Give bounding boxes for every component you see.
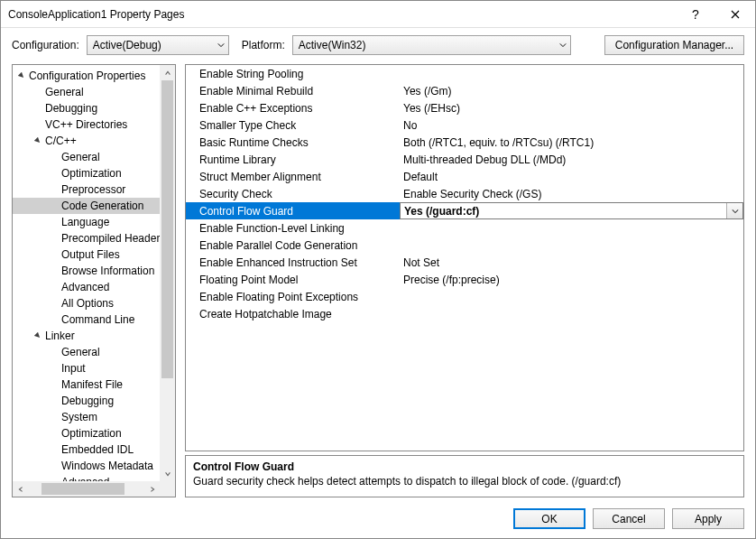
property-value[interactable]: Multi-threaded Debug DLL (/MDd) bbox=[400, 151, 743, 168]
platform-value: Active(Win32) bbox=[299, 39, 366, 51]
tree-item-label: Manifest File bbox=[61, 378, 123, 391]
expander-icon[interactable] bbox=[32, 137, 43, 144]
tree-item[interactable]: Advanced bbox=[13, 279, 160, 295]
tree-item[interactable]: Optimization bbox=[13, 425, 160, 441]
tree-item[interactable]: General bbox=[13, 149, 160, 165]
scroll-right-button[interactable] bbox=[144, 481, 160, 497]
property-value-text: Both (/RTC1, equiv. to /RTCsu) (/RTC1) bbox=[403, 136, 594, 149]
property-value-text: Default bbox=[403, 171, 438, 183]
tree-item[interactable]: Output Files bbox=[13, 246, 160, 263]
tree-item[interactable]: General bbox=[13, 344, 160, 360]
tree-horizontal-scrollbar[interactable] bbox=[13, 481, 160, 497]
tree-item[interactable]: Input bbox=[13, 360, 160, 376]
property-value-text: Precise (/fp:precise) bbox=[403, 274, 500, 286]
property-value[interactable]: No bbox=[400, 116, 743, 134]
property-value[interactable] bbox=[400, 288, 743, 305]
scroll-corner bbox=[160, 481, 175, 497]
tree-item[interactable]: Windows Metadata bbox=[13, 458, 160, 474]
right-pane: Enable String PoolingEnable Minimal Rebu… bbox=[185, 64, 744, 497]
tree-item[interactable]: Debugging bbox=[13, 100, 160, 116]
property-value[interactable]: Default bbox=[400, 168, 743, 185]
property-row[interactable]: Enable C++ ExceptionsYes (/EHsc) bbox=[186, 99, 743, 116]
configuration-dropdown[interactable]: Active(Debug) bbox=[87, 35, 229, 55]
property-name: Smaller Type Check bbox=[186, 116, 400, 134]
config-toolbar: Configuration: Active(Debug) Platform: A… bbox=[1, 28, 755, 64]
property-value[interactable]: Enable Security Check (/GS) bbox=[400, 185, 743, 202]
tree-item-label: Input bbox=[61, 362, 86, 375]
property-name: Enable Floating Point Exceptions bbox=[186, 288, 400, 305]
property-value[interactable]: Yes (/Gm) bbox=[400, 82, 743, 99]
tree-item[interactable]: Code Generation bbox=[13, 198, 160, 214]
chevron-down-icon bbox=[217, 39, 225, 51]
property-value[interactable]: Yes (/EHsc) bbox=[400, 99, 743, 116]
platform-dropdown[interactable]: Active(Win32) bbox=[292, 35, 571, 55]
property-row[interactable]: Security CheckEnable Security Check (/GS… bbox=[186, 185, 743, 202]
property-value[interactable] bbox=[400, 305, 743, 322]
tree-item[interactable]: Precompiled Headers bbox=[13, 230, 160, 246]
tree-item[interactable]: Optimization bbox=[13, 165, 160, 181]
tree-item-label: Advanced bbox=[61, 281, 109, 293]
property-value[interactable]: Precise (/fp:precise) bbox=[400, 271, 743, 288]
property-name: Create Hotpatchable Image bbox=[186, 305, 400, 322]
tree-item[interactable]: Preprocessor bbox=[13, 181, 160, 198]
cancel-button[interactable]: Cancel bbox=[593, 508, 665, 529]
property-name: Runtime Library bbox=[186, 151, 400, 168]
tree-item[interactable]: Advanced bbox=[13, 474, 160, 481]
tree-item[interactable]: All Options bbox=[13, 295, 160, 311]
scroll-down-button[interactable] bbox=[160, 466, 175, 481]
property-row[interactable]: Struct Member AlignmentDefault bbox=[186, 168, 743, 185]
tree-item[interactable]: Configuration Properties bbox=[13, 68, 160, 84]
help-button[interactable]: ? bbox=[676, 1, 715, 28]
scroll-thumb[interactable] bbox=[161, 80, 173, 378]
scroll-left-button[interactable] bbox=[13, 481, 28, 497]
scroll-thumb[interactable] bbox=[41, 483, 124, 495]
tree-item[interactable]: General bbox=[13, 84, 160, 100]
scroll-up-button[interactable] bbox=[160, 65, 175, 80]
property-value-text: Yes (/Gm) bbox=[403, 85, 452, 98]
apply-button[interactable]: Apply bbox=[672, 508, 744, 529]
property-row[interactable]: Floating Point ModelPrecise (/fp:precise… bbox=[186, 271, 743, 288]
tree-item[interactable]: C/C++ bbox=[13, 133, 160, 149]
tree-item-label: System bbox=[61, 411, 97, 423]
tree-item-label: Precompiled Headers bbox=[61, 232, 160, 245]
configuration-manager-button[interactable]: Configuration Manager... bbox=[604, 35, 744, 55]
property-grid: Enable String PoolingEnable Minimal Rebu… bbox=[185, 64, 744, 451]
property-row[interactable]: Control Flow GuardYes (/guard:cf) bbox=[186, 202, 743, 219]
property-row[interactable]: Enable Function-Level Linking bbox=[186, 219, 743, 237]
tree-item-label: General bbox=[61, 346, 100, 358]
expander-icon[interactable] bbox=[32, 332, 43, 339]
property-row[interactable]: Enable Floating Point Exceptions bbox=[186, 288, 743, 305]
property-value[interactable] bbox=[400, 219, 743, 237]
property-row[interactable]: Create Hotpatchable Image bbox=[186, 305, 743, 322]
property-row[interactable]: Smaller Type CheckNo bbox=[186, 116, 743, 134]
tree-item[interactable]: VC++ Directories bbox=[13, 116, 160, 133]
property-grid-body: Enable String PoolingEnable Minimal Rebu… bbox=[186, 65, 743, 322]
property-row[interactable]: Enable Parallel Code Generation bbox=[186, 237, 743, 254]
value-dropdown-button[interactable] bbox=[726, 203, 742, 218]
property-name: Control Flow Guard bbox=[186, 202, 400, 219]
ok-button[interactable]: OK bbox=[513, 508, 585, 529]
property-value[interactable]: Yes (/guard:cf) bbox=[400, 202, 743, 219]
tree-item[interactable]: System bbox=[13, 409, 160, 425]
nav-tree: Configuration PropertiesGeneralDebugging… bbox=[12, 64, 176, 497]
property-value[interactable] bbox=[400, 65, 743, 82]
property-value-text: No bbox=[403, 119, 417, 132]
tree-item[interactable]: Embedded IDL bbox=[13, 441, 160, 458]
property-row[interactable]: Enable String Pooling bbox=[186, 65, 743, 82]
tree-item[interactable]: Debugging bbox=[13, 393, 160, 409]
property-value[interactable]: Not Set bbox=[400, 254, 743, 271]
tree-item[interactable]: Browse Information bbox=[13, 263, 160, 279]
tree-vertical-scrollbar[interactable] bbox=[160, 65, 175, 481]
tree-item[interactable]: Linker bbox=[13, 328, 160, 344]
property-row[interactable]: Enable Minimal RebuildYes (/Gm) bbox=[186, 82, 743, 99]
expander-icon[interactable] bbox=[16, 72, 27, 79]
property-row[interactable]: Basic Runtime ChecksBoth (/RTC1, equiv. … bbox=[186, 134, 743, 151]
tree-item[interactable]: Manifest File bbox=[13, 376, 160, 393]
property-value[interactable] bbox=[400, 237, 743, 254]
tree-item[interactable]: Command Line bbox=[13, 311, 160, 328]
close-button[interactable] bbox=[715, 1, 755, 28]
property-value[interactable]: Both (/RTC1, equiv. to /RTCsu) (/RTC1) bbox=[400, 134, 743, 151]
property-row[interactable]: Enable Enhanced Instruction SetNot Set bbox=[186, 254, 743, 271]
property-row[interactable]: Runtime LibraryMulti-threaded Debug DLL … bbox=[186, 151, 743, 168]
tree-item[interactable]: Language bbox=[13, 214, 160, 230]
